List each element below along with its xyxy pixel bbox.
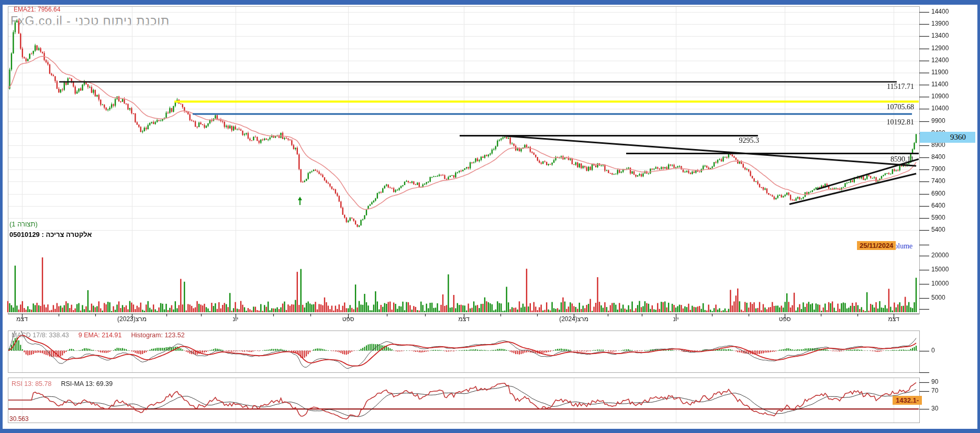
price-tick-label: 6400 bbox=[931, 202, 945, 209]
macd-legend: MACD 17/8: 338.43 9 EMA: 214.91 Histogra… bbox=[12, 332, 185, 339]
level-label-yellow: 10705.68 bbox=[856, 103, 914, 111]
x-axis-label: דצמ bbox=[3, 315, 41, 323]
price-tick-label: 14400 bbox=[931, 8, 949, 15]
last-price-badge: 9360 bbox=[920, 132, 975, 143]
volume-tick-label: 5000 bbox=[931, 294, 945, 301]
rsi-tick-label: 70 bbox=[931, 387, 938, 394]
chart-canvas[interactable] bbox=[0, 0, 980, 433]
instrument-annotation: אלקטרה צריכה : 05010129 bbox=[9, 231, 92, 238]
price-tick-label: 6900 bbox=[931, 190, 945, 197]
x-axis-label: מרצ(2024) bbox=[555, 315, 593, 323]
price-tick-label: 5900 bbox=[931, 214, 945, 221]
price-tick-label: 10400 bbox=[931, 105, 949, 112]
price-tick-label: 7900 bbox=[931, 165, 945, 173]
level-label-blue: 10192.81 bbox=[856, 118, 914, 127]
price-tick-label: 11400 bbox=[931, 81, 948, 88]
rsi-tick-label: 90 bbox=[931, 378, 938, 385]
ema-legend: EMA21: 7956.64 bbox=[14, 6, 60, 13]
price-tick-label: 7400 bbox=[931, 177, 945, 185]
x-axis-label: דצמ bbox=[875, 315, 912, 323]
x-axis-label: יונ bbox=[217, 315, 254, 323]
x-axis-label: יונ bbox=[657, 315, 695, 323]
price-tick-label: 10900 bbox=[931, 93, 949, 100]
macd-signal-label: 9 EMA: 214.91 bbox=[79, 332, 122, 339]
formation-annotation: (תצורה 1) bbox=[9, 220, 38, 228]
rsi-legend: RSI 13: 85.78 RSI-MA 13: 69.39 bbox=[12, 380, 113, 388]
macd-zero-label: 0 bbox=[931, 347, 935, 354]
level-label-triangle-top: 9295.3 bbox=[701, 136, 759, 145]
price-tick-label: 8400 bbox=[931, 153, 945, 161]
volume-tick-label: 10000 bbox=[931, 280, 949, 287]
x-axis-label: דצמ bbox=[445, 315, 483, 323]
level-label-resistance: 11517.71 bbox=[856, 83, 914, 91]
charting-app-window: FxG.co.il - תוכנת ניתוח טכני EMA21: 7956… bbox=[0, 0, 980, 433]
rsi-value-label: RSI 13: 85.78 bbox=[12, 380, 51, 388]
rsi-ma-label: RSI-MA 13: 69.39 bbox=[61, 380, 113, 388]
x-axis-label: מרצ(2023) bbox=[113, 315, 151, 323]
macd-histogram-label: Histogram: 123.52 bbox=[131, 332, 185, 339]
price-tick-label: 13400 bbox=[931, 32, 949, 39]
volume-tick-label: 20000 bbox=[931, 252, 949, 259]
volume-tick-label: 15000 bbox=[931, 266, 949, 273]
price-tick-label: 12400 bbox=[931, 56, 949, 64]
rsi-crosshair-badge: 1432.1- bbox=[893, 396, 922, 405]
price-tick-label: 13900 bbox=[931, 20, 949, 27]
rsi-min-label: 30.563 bbox=[9, 415, 29, 423]
date-badge: 25/11/2024 bbox=[857, 241, 896, 250]
x-axis-label: ספט bbox=[329, 315, 367, 323]
price-tick-label: 11900 bbox=[931, 69, 948, 76]
price-tick-label: 12900 bbox=[931, 44, 949, 52]
level-label-neckline: 8590.11 bbox=[856, 155, 914, 164]
price-tick-label: 9900 bbox=[931, 117, 945, 124]
rsi-tick-label: 30 bbox=[931, 405, 938, 412]
price-tick-label: 5400 bbox=[931, 226, 945, 233]
x-axis-label: ספט bbox=[766, 315, 804, 323]
macd-value-label: MACD 17/8: 338.43 bbox=[12, 332, 69, 339]
